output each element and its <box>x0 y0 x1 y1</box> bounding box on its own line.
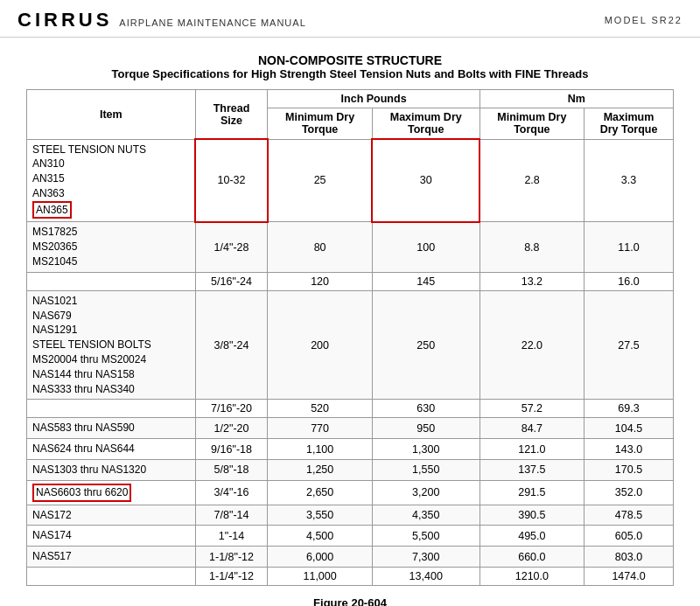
item-name: AN315 <box>32 171 189 186</box>
nm-max-cell: 104.5 <box>584 418 674 439</box>
nm-max-cell: 478.5 <box>584 505 674 526</box>
header-left: CIRRUS AIRPLANE MAINTENANCE MANUAL <box>18 9 306 31</box>
inch-min-cell: 120 <box>268 272 372 290</box>
table-title-main: NON-COMPOSITE STRUCTURE <box>26 53 674 67</box>
nm-max-cell: 16.0 <box>584 272 674 290</box>
table-row: MS17825MS20365MS210451/4"-28801008.811.0 <box>27 222 674 272</box>
nm-min-cell: 2.8 <box>480 139 584 222</box>
nm-min-cell: 660.0 <box>480 547 584 568</box>
item-name: STEEL TENSION BOLTS <box>32 338 190 352</box>
inch-min-cell: 520 <box>268 400 372 418</box>
table-row: 7/16"-2052063057.269.3 <box>27 400 674 418</box>
nm-min-cell: 495.0 <box>480 526 584 547</box>
inch-max-cell: 13,400 <box>372 568 480 586</box>
item-name: NAS583 thru NAS590 <box>32 421 190 435</box>
inch-min-cell: 4,500 <box>268 526 372 547</box>
thread-cell: 1-1/8"-12 <box>195 547 268 568</box>
nm-max-cell: 69.3 <box>584 400 674 418</box>
nm-min-cell: 291.5 <box>480 480 584 505</box>
item-cell: NAS6603 thru 6620 <box>27 480 196 505</box>
inch-max-cell: 5,500 <box>372 526 480 547</box>
nm-min-cell: 137.5 <box>480 460 584 481</box>
inch-max-cell: 630 <box>372 400 480 418</box>
inch-max-cell: 145 <box>372 272 480 290</box>
item-name: NAS172 <box>32 508 190 523</box>
item-name: NAS1291 <box>32 323 190 338</box>
inch-min-cell: 6,000 <box>268 547 372 568</box>
brand-name: CIRRUS <box>18 9 112 31</box>
thread-cell: 3/4"-16 <box>195 480 268 505</box>
group-header-inch: Inch Pounds <box>268 90 480 108</box>
item-name: AN363 <box>32 186 189 201</box>
item-name: NAS517 <box>32 549 190 564</box>
item-name: NAS679 <box>32 309 190 324</box>
nm-max-cell: 605.0 <box>584 526 674 547</box>
table-row: 1-1/4"-1211,00013,4001210.01474.0 <box>27 568 674 586</box>
thread-cell: 7/8"-14 <box>195 505 268 526</box>
col-header-item: Item <box>27 90 196 140</box>
item-name: AN365 <box>32 201 72 219</box>
nm-max-cell: 170.5 <box>584 460 674 481</box>
item-name: MS20004 thru MS20024 <box>32 352 190 367</box>
page-header: CIRRUS AIRPLANE MAINTENANCE MANUAL MODEL… <box>0 0 700 38</box>
inch-max-cell: 30 <box>372 139 480 222</box>
item-cell: NAS1021NAS679NAS1291STEEL TENSION BOLTSM… <box>27 290 196 400</box>
thread-cell: 9/16"-18 <box>195 439 268 460</box>
table-row: NAS5171-1/8"-126,0007,300660.0803.0 <box>27 547 674 568</box>
item-name: NAS6603 thru 6620 <box>32 484 131 502</box>
inch-min-cell: 80 <box>268 222 372 272</box>
thread-cell: 7/16"-20 <box>195 400 268 418</box>
figure-label: Figure 20-604 <box>26 596 674 606</box>
nm-min-cell: 13.2 <box>480 272 584 290</box>
inch-max-cell: 950 <box>372 418 480 439</box>
inch-max-cell: 7,300 <box>372 547 480 568</box>
item-name: MS17825 <box>32 225 190 240</box>
item-cell <box>27 272 196 290</box>
item-name: MS21045 <box>32 254 190 269</box>
item-cell <box>27 400 196 418</box>
nm-min-cell: 84.7 <box>480 418 584 439</box>
inch-max-cell: 3,200 <box>372 480 480 505</box>
nm-max-cell: 803.0 <box>584 547 674 568</box>
item-cell: NAS1303 thru NAS1320 <box>27 460 196 481</box>
item-name: NAS333 thru NAS340 <box>32 382 190 397</box>
inch-max-cell: 1,300 <box>372 439 480 460</box>
item-cell: NAS517 <box>27 547 196 568</box>
figure-caption: Figure 20-604 Torque Specifications (She… <box>26 596 674 606</box>
nm-min-cell: 121.0 <box>480 439 584 460</box>
table-row: NAS1303 thru NAS13205/8"-181,2501,550137… <box>27 460 674 481</box>
torque-table: Item ThreadSize Inch Pounds Nm Minimum D… <box>26 89 674 586</box>
group-header-nm: Nm <box>480 90 673 108</box>
table-row: NAS583 thru NAS5901/2"-2077095084.7104.5 <box>27 418 674 439</box>
item-name: NAS624 thru NAS644 <box>32 442 190 456</box>
header-model: MODEL SR22 <box>605 15 682 25</box>
inch-max-cell: 250 <box>372 290 480 400</box>
table-row: NAS1727/8"-143,5504,350390.5478.5 <box>27 505 674 526</box>
item-name: STEEL TENSION NUTS <box>32 143 189 157</box>
item-cell: NAS172 <box>27 505 196 526</box>
item-name: NAS174 <box>32 528 190 543</box>
item-cell: NAS583 thru NAS590 <box>27 418 196 439</box>
item-cell: NAS624 thru NAS644 <box>27 439 196 460</box>
inch-min-cell: 1,100 <box>268 439 372 460</box>
inch-min-cell: 770 <box>268 418 372 439</box>
inch-min-cell: 25 <box>268 139 372 222</box>
nm-max-cell: 11.0 <box>584 222 674 272</box>
inch-max-cell: 1,550 <box>372 460 480 481</box>
nm-max-cell: 3.3 <box>584 139 674 222</box>
item-name: MS20365 <box>32 240 190 254</box>
nm-max-cell: 1474.0 <box>584 568 674 586</box>
header-subtitle: AIRPLANE MAINTENANCE MANUAL <box>119 17 305 28</box>
table-title-sub: Torque Specifications for High Strength … <box>26 67 674 80</box>
inch-min-cell: 2,650 <box>268 480 372 505</box>
item-name: AN310 <box>32 157 189 171</box>
inch-min-cell: 11,000 <box>268 568 372 586</box>
inch-min-cell: 3,550 <box>268 505 372 526</box>
col-nm-max: MaximumDry Torque <box>584 108 674 140</box>
table-row: NAS1021NAS679NAS1291STEEL TENSION BOLTSM… <box>27 290 674 400</box>
thread-cell: 5/8"-18 <box>195 460 268 481</box>
nm-min-cell: 390.5 <box>480 505 584 526</box>
item-name: NAS1303 thru NAS1320 <box>32 463 190 477</box>
thread-cell: 10-32 <box>195 139 268 222</box>
thread-cell: 1/2"-20 <box>195 418 268 439</box>
